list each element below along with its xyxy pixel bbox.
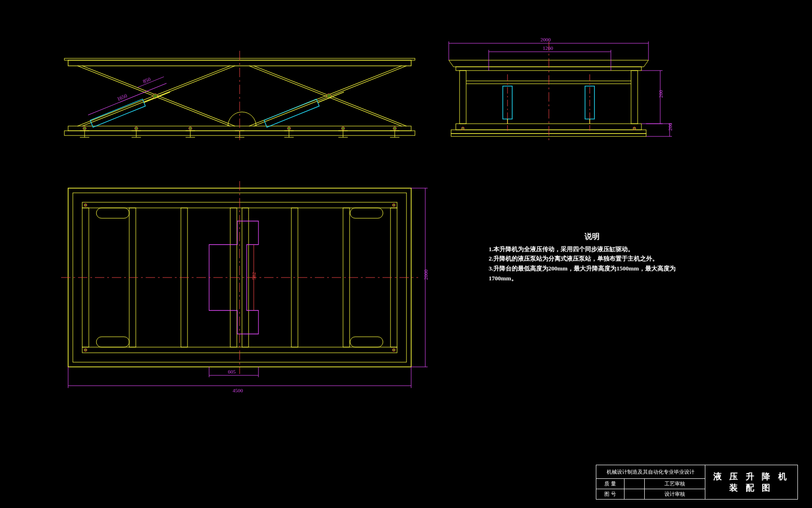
dim-cyl-full: 1650 (116, 93, 128, 102)
drawing-title: 液 压 升 降 机 装 配 图 (705, 465, 797, 500)
svg-point-39 (461, 127, 464, 130)
svg-point-19 (393, 127, 397, 130)
svg-point-75 (392, 349, 395, 351)
side-elevation: 2000 1260 200 200 (449, 37, 673, 143)
tb-r1c1: 质 量 (596, 479, 625, 489)
svg-rect-70 (350, 208, 383, 218)
dim-plan-h: 2000 (423, 270, 429, 280)
dim-side-width: 2000 (540, 37, 551, 42)
description-line-1: 1.本升降机为全液压传动，采用四个同步液压缸驱动。 (489, 245, 695, 254)
dim-side-h: 200 (658, 90, 664, 98)
svg-line-25 (88, 83, 167, 115)
svg-rect-31 (460, 71, 466, 124)
plan-view: 4500 605 2000 582 (61, 181, 429, 393)
svg-point-72 (84, 204, 87, 206)
svg-rect-71 (350, 337, 383, 347)
svg-point-17 (288, 127, 291, 130)
svg-point-73 (392, 204, 395, 206)
svg-point-18 (342, 127, 345, 130)
description-block: 说明 1.本升降机为全液压传动，采用四个同步液压缸驱动。 2.升降机的液压泵站为… (489, 230, 695, 284)
dim-cyl-ext: 850 (142, 76, 151, 84)
dim-side-min: 200 (667, 123, 673, 131)
svg-point-16 (189, 127, 192, 130)
titleblock-header: 机械设计制造及其自动化专业毕业设计 (596, 465, 705, 479)
tb-r2c2: 设计审核 (644, 489, 705, 500)
title-block: 机械设计制造及其自动化专业毕业设计 液 压 升 降 机 装 配 图 质 量 工艺… (596, 465, 798, 500)
description-heading: 说明 (489, 230, 695, 243)
tb-r1c2: 工艺审核 (644, 479, 705, 489)
front-elevation: 1650 850 (64, 51, 415, 140)
tb-r2c1: 图 号 (596, 489, 625, 500)
description-line-2: 2.升降机的液压泵站为分离式液压泵站，单独布置于主机之外。 (489, 254, 695, 264)
description-line-3: 3.升降台的最低高度为200mm，最大升降高度为1500mm，最大高度为1700… (489, 264, 695, 284)
svg-rect-68 (96, 208, 129, 218)
svg-point-14 (83, 127, 86, 130)
svg-point-74 (84, 349, 87, 351)
dim-side-inner: 1260 (543, 45, 554, 51)
dim-plan-iw: 605 (228, 369, 236, 374)
dim-plan-w: 4500 (233, 388, 243, 393)
svg-rect-20 (90, 99, 145, 127)
svg-point-40 (633, 127, 636, 130)
cylinder-left (90, 88, 172, 127)
svg-rect-32 (631, 71, 638, 124)
cylinder-right (264, 88, 345, 127)
dim-plan-ih: 582 (251, 272, 257, 280)
svg-rect-69 (96, 337, 129, 347)
svg-point-15 (135, 127, 138, 130)
